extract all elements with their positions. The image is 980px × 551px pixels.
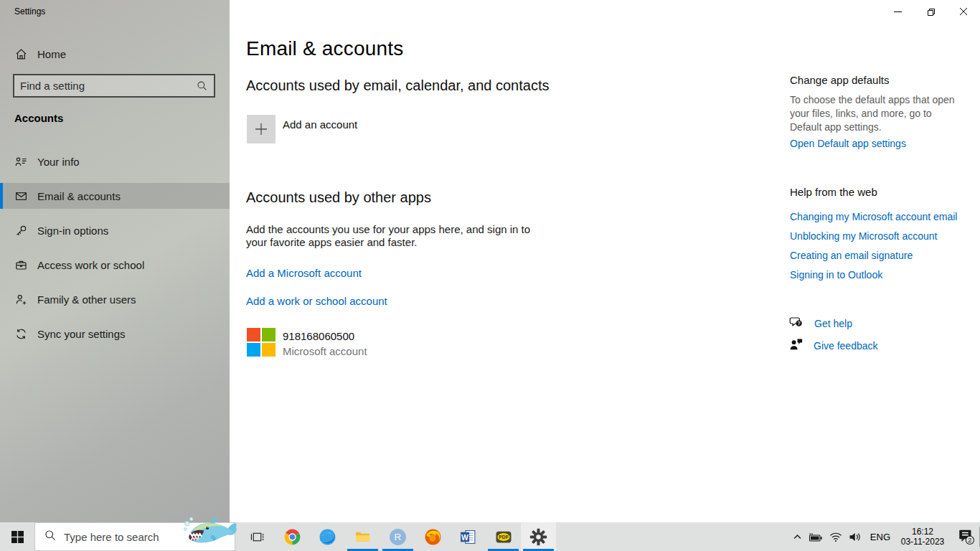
taskbar-app-settings[interactable] [521, 522, 556, 551]
taskbar-app-edge[interactable] [310, 522, 345, 551]
settings-search-input[interactable] [14, 80, 197, 92]
app-defaults-title: Change app defaults [790, 74, 889, 86]
sidebar-item-label: Sync your settings [37, 328, 126, 340]
other-apps-section-title: Accounts used by other apps [246, 189, 431, 206]
task-view-icon [250, 530, 264, 544]
settings-search-box[interactable] [13, 74, 215, 98]
sidebar-item-your-info[interactable]: Your info [0, 149, 230, 174]
svg-text:2: 2 [968, 537, 971, 544]
task-view-button[interactable] [240, 522, 275, 551]
help-section-title: Help from the web [790, 186, 877, 198]
help-link-unblocking-account[interactable]: Unblocking my Microsoft account [790, 230, 937, 242]
sidebar-home-label: Home [37, 48, 66, 60]
firefox-icon [425, 529, 441, 545]
volume-icon[interactable] [849, 532, 862, 542]
get-help-link[interactable]: Get help [814, 318, 852, 329]
start-button[interactable] [0, 522, 34, 551]
get-help-icon: ? [789, 315, 804, 332]
give-feedback-row[interactable]: Give feedback [789, 337, 878, 354]
app-title: Settings [14, 6, 45, 17]
home-icon [14, 47, 27, 60]
briefcase-icon [14, 258, 27, 271]
add-work-school-account-link[interactable]: Add a work or school account [246, 295, 387, 307]
sidebar-item-sync-settings[interactable]: Sync your settings [0, 321, 230, 347]
add-microsoft-account-link[interactable]: Add a Microsoft account [246, 267, 362, 279]
taskbar-app-pdf[interactable]: PDF [486, 522, 521, 551]
sidebar-item-label: Your info [37, 156, 80, 168]
restore-icon [926, 7, 935, 16]
sidebar-item-home[interactable]: Home [0, 41, 230, 67]
sidebar-item-label: Sign-in options [37, 225, 108, 237]
taskbar-app-r[interactable]: R [380, 522, 415, 551]
sidebar-item-family-other-users[interactable]: Family & other users [0, 286, 230, 312]
open-default-app-settings-link[interactable]: Open Default app settings [790, 138, 906, 149]
svg-text:PDF: PDF [499, 534, 509, 540]
person-add-icon [14, 293, 27, 306]
clock-time: 16:12 [899, 527, 946, 537]
svg-text:R: R [395, 532, 402, 542]
plus-icon [247, 115, 275, 143]
sidebar-item-email-accounts[interactable]: Email & accounts [0, 183, 230, 209]
email-section-title: Accounts used by email, calendar, and co… [246, 77, 549, 94]
sidebar-item-sign-in-options[interactable]: Sign-in options [0, 217, 230, 243]
sidebar-item-label: Family & other users [37, 293, 136, 306]
notification-center-button[interactable]: 2 [957, 529, 976, 545]
svg-text:W: W [461, 533, 468, 541]
taskbar-search-box[interactable]: Type here to search [34, 522, 235, 551]
settings-sidebar: Settings Home Accounts Your info Email &… [0, 0, 230, 522]
help-link-email-signature[interactable]: Creating an email signature [790, 250, 913, 261]
restore-button[interactable] [914, 0, 947, 23]
sidebar-item-access-work-school[interactable]: Access work or school [0, 252, 230, 278]
clock-date: 03-11-2023 [899, 537, 946, 547]
sidebar-nav: Your info Email & accounts Sign-in optio… [0, 149, 230, 355]
chrome-icon [284, 529, 301, 545]
envelope-icon [14, 189, 27, 202]
notification-icon: 2 [957, 529, 976, 545]
battery-icon[interactable] [809, 532, 823, 542]
help-link-changing-email[interactable]: Changing my Microsoft account email [790, 211, 957, 222]
taskbar-search-placeholder: Type here to search [64, 531, 159, 543]
clock[interactable]: 16:12 03-11-2023 [899, 527, 946, 547]
account-id: 918168060500 [283, 328, 367, 342]
pdf-reader-icon: PDF [495, 529, 512, 545]
file-explorer-icon [354, 529, 371, 544]
taskbar: Type here to search R W PDF [0, 522, 980, 551]
search-icon[interactable] [197, 80, 214, 91]
svg-text:?: ? [797, 321, 800, 326]
add-account-label: Add an account [283, 115, 357, 143]
account-type: Microsoft account [283, 345, 367, 357]
microsoft-account-row[interactable]: 918168060500 Microsoft account [247, 328, 367, 357]
windows-logo-icon [11, 531, 24, 543]
help-link-signing-outlook[interactable]: Signing in to Outlook [790, 269, 882, 281]
edge-icon [319, 529, 336, 545]
taskbar-app-chrome[interactable] [275, 522, 310, 551]
minimize-icon [894, 8, 902, 16]
minimize-button[interactable] [881, 0, 914, 23]
other-apps-description: Add the accounts you use for your apps h… [246, 223, 547, 249]
person-id-icon [14, 155, 27, 168]
add-account-button[interactable]: Add an account [247, 115, 357, 143]
key-icon [14, 224, 27, 237]
taskbar-app-file-explorer[interactable] [345, 522, 380, 551]
window-controls [881, 0, 980, 23]
wifi-icon[interactable] [829, 532, 842, 542]
settings-gear-icon [529, 528, 547, 546]
page-title: Email & accounts [246, 37, 404, 60]
sync-icon [14, 327, 27, 340]
sidebar-item-label: Email & accounts [37, 190, 121, 202]
taskbar-app-firefox[interactable] [415, 522, 451, 551]
give-feedback-icon [789, 337, 804, 354]
system-tray: ENG 16:12 03-11-2023 2 [793, 522, 976, 551]
close-icon [959, 7, 968, 16]
word-icon: W [460, 529, 476, 545]
language-indicator[interactable]: ENG [868, 532, 892, 542]
get-help-row[interactable]: ? Get help [789, 315, 852, 332]
close-button[interactable] [947, 0, 980, 23]
give-feedback-link[interactable]: Give feedback [814, 340, 878, 352]
taskbar-app-word[interactable]: W [451, 522, 486, 551]
sidebar-item-label: Access work or school [37, 259, 144, 271]
microsoft-logo-icon [247, 328, 275, 357]
sidebar-section-label: Accounts [14, 112, 63, 124]
hidden-icons-chevron[interactable] [793, 532, 802, 542]
r-app-icon: R [389, 528, 407, 546]
